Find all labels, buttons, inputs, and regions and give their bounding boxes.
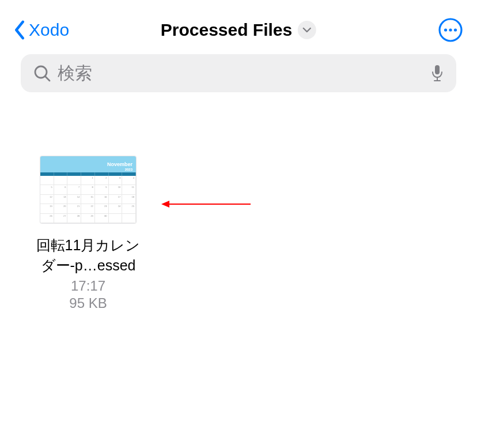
- back-button[interactable]: Xodo: [14, 20, 69, 40]
- header-bar: Xodo Processed Files: [0, 0, 477, 52]
- more-button[interactable]: [438, 17, 463, 43]
- chevron-down-icon[interactable]: [298, 21, 316, 39]
- file-item[interactable]: November 2023 1234 567891011 12131415161…: [28, 156, 149, 311]
- file-size: 95 KB: [69, 295, 107, 311]
- file-grid: November 2023 1234 567891011 12131415161…: [0, 92, 477, 311]
- chevron-left-icon: [14, 20, 25, 40]
- title-container[interactable]: Processed Files: [161, 20, 316, 40]
- search-bar[interactable]: [21, 54, 456, 92]
- svg-point-1: [444, 28, 447, 31]
- file-name: 回転11月カレン ダー-p…essed: [36, 235, 141, 276]
- microphone-icon[interactable]: [431, 65, 444, 82]
- file-thumbnail: November 2023 1234 567891011 12131415161…: [40, 156, 137, 224]
- back-label: Xodo: [29, 20, 69, 40]
- thumbnail-month: November: [107, 162, 132, 168]
- svg-line-5: [46, 77, 50, 81]
- svg-rect-6: [435, 65, 440, 74]
- svg-point-2: [449, 28, 452, 31]
- search-input[interactable]: [58, 63, 424, 83]
- svg-point-4: [35, 66, 47, 78]
- search-icon: [33, 65, 51, 82]
- file-time: 17:17: [71, 278, 105, 294]
- page-title: Processed Files: [161, 20, 292, 40]
- svg-point-3: [454, 28, 457, 31]
- thumbnail-year: 2023: [125, 168, 132, 171]
